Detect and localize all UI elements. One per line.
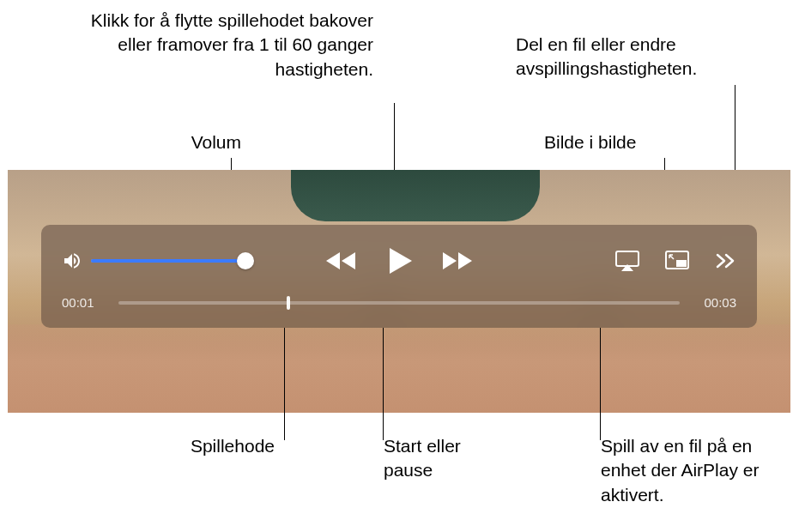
player-controls: 00:01 00:03	[41, 225, 757, 328]
volume-thumb[interactable]	[237, 252, 254, 269]
volume-fill	[91, 259, 245, 263]
share-button[interactable]	[714, 251, 736, 270]
rewind-button[interactable]	[324, 249, 357, 273]
callout-scrub: Klikk for å flytte spillehodet bakover e…	[86, 9, 373, 82]
callout-playhead: Spillehode	[163, 434, 275, 458]
callout-playpause: Start eller pause	[384, 434, 504, 483]
transport-group	[324, 245, 474, 277]
play-button[interactable]	[383, 245, 415, 277]
callout-pip: Bilde i bilde	[544, 130, 681, 154]
callout-airplay: Spill av en fil på en enhet der AirPlay …	[601, 434, 781, 507]
timeline-row: 00:01 00:03	[62, 295, 736, 310]
play-icon	[383, 245, 415, 277]
airplay-button[interactable]	[614, 250, 640, 272]
rewind-icon	[324, 249, 357, 273]
callout-line	[394, 103, 395, 170]
controls-row	[62, 239, 736, 283]
timeline-scrubber[interactable]	[118, 301, 680, 305]
volume-icon	[62, 251, 82, 271]
airplay-icon	[614, 250, 640, 272]
volume-slider[interactable]	[91, 259, 245, 263]
pip-button[interactable]	[664, 250, 690, 272]
svg-rect-2	[676, 260, 687, 267]
pip-icon	[664, 250, 690, 272]
playhead[interactable]	[287, 296, 290, 310]
volume-group	[62, 251, 259, 271]
current-time-label: 00:01	[62, 295, 105, 310]
right-controls-group	[614, 250, 736, 272]
fast-forward-icon	[441, 249, 474, 273]
remaining-time-label: 00:03	[693, 295, 736, 310]
callout-line	[284, 320, 285, 440]
chevrons-right-icon	[714, 251, 736, 270]
svg-rect-0	[616, 251, 639, 266]
callout-share: Del en fil eller endre avspillingshastig…	[516, 33, 748, 82]
forward-button[interactable]	[441, 249, 474, 273]
callout-volume: Volum	[160, 130, 241, 154]
